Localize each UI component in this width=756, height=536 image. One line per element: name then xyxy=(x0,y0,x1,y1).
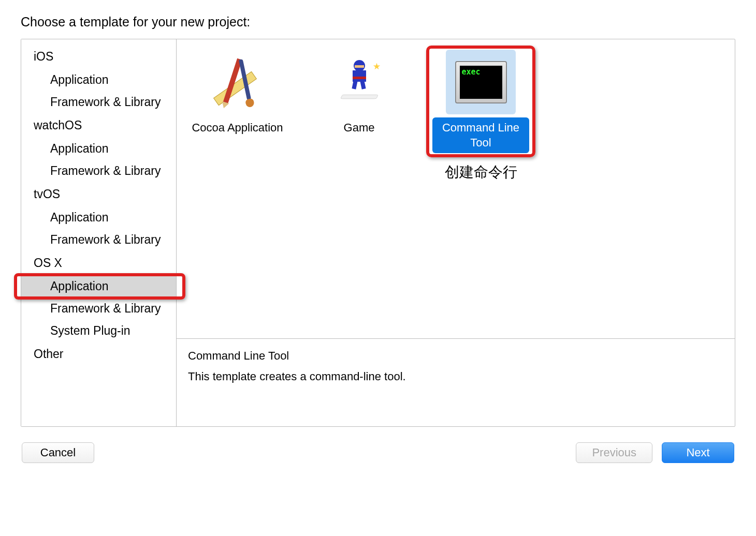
template-command-line-tool[interactable]: Command Line Tool 创建命令行 xyxy=(430,50,531,182)
sidebar-category-ios[interactable]: iOS xyxy=(21,44,176,69)
description-text: This template creates a command-line too… xyxy=(188,370,723,383)
sidebar-item-watchos-framework[interactable]: Framework & Library xyxy=(21,160,176,182)
new-project-dialog: Choose a template for your new project: … xyxy=(0,0,756,479)
sidebar-item-tvos-application[interactable]: Application xyxy=(21,206,176,229)
command-line-tool-icon xyxy=(446,50,516,114)
template-label: Game xyxy=(309,117,410,139)
description-title: Command Line Tool xyxy=(188,349,723,363)
cocoa-app-icon xyxy=(202,50,272,114)
template-cocoa-application[interactable]: Cocoa Application xyxy=(187,50,288,139)
sidebar-item-watchos-application[interactable]: Application xyxy=(21,138,176,160)
templates-grid: Cocoa Application xyxy=(177,39,735,338)
main-pane: Cocoa Application xyxy=(177,39,735,426)
sidebar-item-ios-application[interactable]: Application xyxy=(21,69,176,91)
template-label: Command Line Tool xyxy=(432,117,529,153)
sidebar-category-other[interactable]: Other xyxy=(21,342,176,366)
sidebar: iOS Application Framework & Library watc… xyxy=(21,39,177,426)
annotation-text: 创建命令行 xyxy=(430,162,531,182)
sidebar-item-label: Application xyxy=(50,279,109,293)
sidebar-category-osx[interactable]: OS X xyxy=(21,251,176,275)
sidebar-item-osx-application[interactable]: Application xyxy=(21,275,176,297)
sidebar-item-tvos-framework[interactable]: Framework & Library xyxy=(21,229,176,251)
previous-button[interactable]: Previous xyxy=(576,442,652,463)
template-game[interactable]: Game xyxy=(309,50,410,139)
template-label: Cocoa Application xyxy=(187,117,288,139)
sidebar-category-watchos[interactable]: watchOS xyxy=(21,113,176,138)
next-button[interactable]: Next xyxy=(662,442,734,463)
sidebar-item-osx-framework[interactable]: Framework & Library xyxy=(21,297,176,320)
dialog-title: Choose a template for your new project: xyxy=(21,14,735,29)
sidebar-item-osx-plugin[interactable]: System Plug-in xyxy=(21,320,176,342)
description-pane: Command Line Tool This template creates … xyxy=(177,338,735,426)
button-bar: Cancel Previous Next xyxy=(21,442,735,463)
cancel-button[interactable]: Cancel xyxy=(22,442,94,463)
content-panel: iOS Application Framework & Library watc… xyxy=(21,39,735,427)
game-icon xyxy=(324,50,394,114)
sidebar-item-ios-framework[interactable]: Framework & Library xyxy=(21,91,176,113)
sidebar-category-tvos[interactable]: tvOS xyxy=(21,182,176,206)
